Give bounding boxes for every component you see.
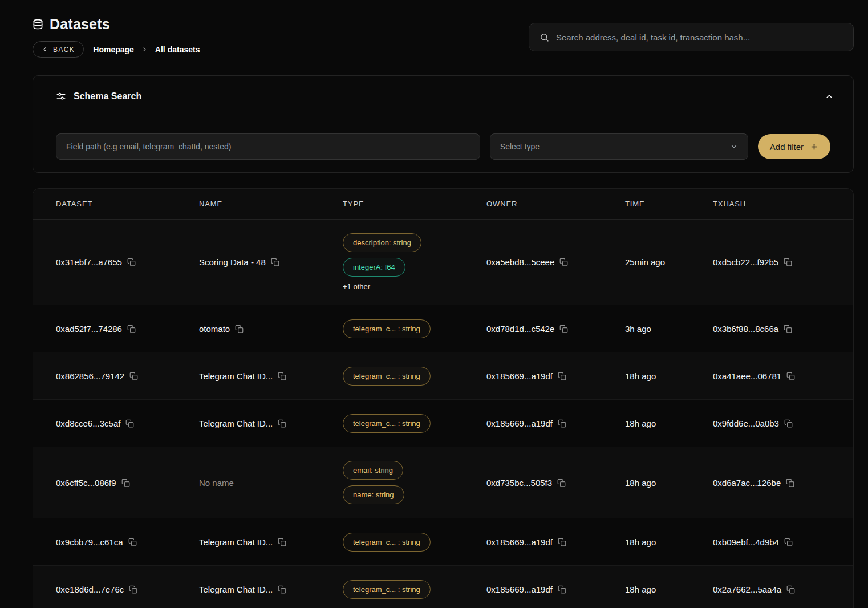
chevron-up-icon: [825, 92, 834, 101]
copy-icon[interactable]: [278, 419, 286, 428]
back-label: BACK: [53, 46, 75, 54]
page-title: Datasets: [50, 16, 110, 33]
copy-icon[interactable]: [129, 585, 137, 594]
table-row[interactable]: 0xe18d6d...7e76cTelegram Chat ID...teleg…: [33, 566, 853, 608]
table-row[interactable]: 0x6cff5c...086f9No nameemail: stringname…: [33, 447, 853, 518]
dataset-cell: 0x9cbb79...c61ca: [56, 537, 199, 547]
dataset-cell: 0xad52f7...74286: [56, 324, 199, 334]
copy-icon[interactable]: [127, 325, 136, 333]
time-cell: 18h ago: [625, 419, 713, 428]
time-value: 3h ago: [625, 324, 651, 334]
type-badge: integerA: f64: [343, 258, 405, 277]
column-header-owner: OWNER: [486, 200, 625, 208]
copy-icon[interactable]: [786, 372, 795, 380]
copy-icon[interactable]: [558, 419, 566, 428]
copy-icon[interactable]: [278, 585, 286, 594]
table-row[interactable]: 0x31ebf7...a7655Scoring Data - 48descrip…: [33, 220, 853, 305]
type-badge: telegram_c... : string: [343, 319, 431, 338]
copy-icon[interactable]: [786, 585, 795, 594]
copy-icon[interactable]: [786, 479, 794, 487]
column-header-type: TYPE: [343, 200, 486, 208]
owner-value: 0xd78d1d...c542e: [486, 324, 554, 334]
type-cell: telegram_c... : string: [343, 306, 486, 352]
time-value: 18h ago: [625, 585, 656, 594]
dataset-value: 0xe18d6d...7e76c: [56, 585, 124, 594]
dataset-cell: 0x862856...79142: [56, 371, 199, 381]
column-header-time: TIME: [625, 200, 713, 208]
dataset-cell: 0x31ebf7...a7655: [56, 257, 199, 267]
copy-icon[interactable]: [784, 258, 792, 266]
column-header-txhash: TXHASH: [713, 200, 853, 208]
type-cell: telegram_c... : string: [343, 400, 486, 447]
name-cell: Telegram Chat ID...: [199, 419, 343, 428]
owner-cell: 0x185669...a19df: [486, 419, 625, 428]
copy-icon[interactable]: [558, 372, 566, 380]
search-input[interactable]: [556, 33, 843, 42]
copy-icon[interactable]: [558, 585, 566, 594]
collapse-panel-button[interactable]: [822, 90, 836, 103]
name-value: Telegram Chat ID...: [199, 371, 273, 381]
field-path-input[interactable]: [56, 133, 480, 160]
name-value: Scoring Data - 48: [199, 257, 266, 267]
type-cell: telegram_c... : string: [343, 519, 486, 565]
copy-icon[interactable]: [559, 325, 568, 333]
time-value: 18h ago: [625, 371, 656, 381]
copy-icon[interactable]: [129, 372, 138, 380]
owner-cell: 0x185669...a19df: [486, 371, 625, 381]
txhash-value: 0x2a7662...5aa4a: [713, 585, 781, 594]
txhash-cell: 0x9fdd6e...0a0b3: [713, 419, 853, 428]
copy-icon[interactable]: [235, 325, 244, 333]
txhash-value: 0x9fdd6e...0a0b3: [713, 419, 779, 428]
copy-icon[interactable]: [127, 258, 136, 266]
dataset-value: 0x6cff5c...086f9: [56, 478, 116, 488]
txhash-value: 0xb09ebf...4d9b4: [713, 537, 779, 547]
copy-icon[interactable]: [784, 419, 793, 428]
copy-icon[interactable]: [278, 372, 286, 380]
name-value: Telegram Chat ID...: [199, 585, 273, 594]
dataset-cell: 0x6cff5c...086f9: [56, 478, 199, 488]
chevron-down-icon: [730, 143, 738, 151]
back-button[interactable]: BACK: [33, 41, 84, 58]
global-search[interactable]: [529, 23, 854, 51]
txhash-cell: 0xa41aee...06781: [713, 371, 853, 381]
copy-icon[interactable]: [784, 325, 792, 333]
copy-icon[interactable]: [558, 538, 566, 546]
copy-icon[interactable]: [559, 258, 568, 266]
dataset-value: 0x862856...79142: [56, 371, 124, 381]
copy-icon[interactable]: [784, 538, 793, 546]
type-cell: telegram_c... : string: [343, 353, 486, 399]
add-filter-button[interactable]: Add filter: [758, 134, 830, 159]
table-row[interactable]: 0x862856...79142Telegram Chat ID...teleg…: [33, 352, 853, 400]
txhash-cell: 0xb09ebf...4d9b4: [713, 537, 853, 547]
type-cell: email: stringname: string: [343, 447, 486, 518]
time-value: 18h ago: [625, 419, 656, 428]
type-cell: telegram_c... : string: [343, 566, 486, 608]
column-header-dataset: DATASET: [56, 200, 199, 208]
type-badge: telegram_c... : string: [343, 414, 431, 433]
copy-icon[interactable]: [278, 538, 286, 546]
copy-icon[interactable]: [128, 538, 137, 546]
copy-icon[interactable]: [557, 479, 566, 487]
type-badge: telegram_c... : string: [343, 580, 431, 599]
table-row[interactable]: 0xd8cce6...3c5afTelegram Chat ID...teleg…: [33, 400, 853, 447]
copy-icon[interactable]: [125, 419, 134, 428]
filters-icon: [56, 91, 66, 102]
copy-icon[interactable]: [271, 258, 279, 266]
type-badge: description: string: [343, 233, 421, 252]
type-badge: telegram_c... : string: [343, 367, 431, 386]
table-row[interactable]: 0x9cbb79...c61caTelegram Chat ID...teleg…: [33, 518, 853, 566]
dataset-value: 0xad52f7...74286: [56, 324, 122, 334]
top-bar: Datasets BACK Homepage All datasets: [33, 16, 854, 58]
name-value: Telegram Chat ID...: [199, 419, 273, 428]
breadcrumb-homepage[interactable]: Homepage: [93, 45, 134, 54]
owner-value: 0x185669...a19df: [486, 537, 553, 547]
breadcrumb-all-datasets[interactable]: All datasets: [155, 45, 200, 54]
copy-icon[interactable]: [121, 479, 130, 487]
time-cell: 18h ago: [625, 537, 713, 547]
time-cell: 18h ago: [625, 478, 713, 488]
table-row[interactable]: 0xad52f7...74286otomatotelegram_c... : s…: [33, 305, 853, 352]
breadcrumb: Homepage All datasets: [93, 45, 200, 54]
type-select[interactable]: Select type: [490, 133, 748, 160]
name-cell: Telegram Chat ID...: [199, 585, 343, 594]
owner-value: 0x185669...a19df: [486, 419, 553, 428]
